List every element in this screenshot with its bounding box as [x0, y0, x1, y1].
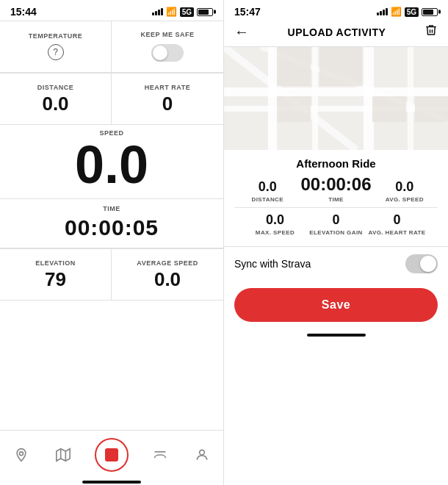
help-icon[interactable]: ? — [48, 44, 64, 60]
svg-marker-1 — [57, 449, 70, 461]
signal-icon-right — [377, 8, 388, 15]
act-max-speed-label: MAX. SPEED — [245, 229, 306, 236]
time-right: 15:47 — [234, 6, 261, 18]
status-icons-left: 📶 5G — [152, 7, 213, 17]
svg-point-0 — [19, 452, 23, 456]
home-indicator-left — [82, 481, 141, 484]
time-left: 15:44 — [10, 6, 37, 18]
act-time-value: 00:00:06 — [300, 174, 371, 195]
svg-rect-15 — [319, 47, 362, 86]
speed-section: SPEED 0.0 — [0, 125, 223, 199]
distance-label: DISTANCE — [37, 84, 73, 91]
wifi-icon-right: 📶 — [391, 7, 402, 17]
map-icon[interactable] — [52, 444, 74, 466]
time-value: 00:00:05 — [7, 215, 216, 240]
svg-rect-11 — [408, 47, 413, 150]
act-time-label: TIME — [300, 196, 371, 203]
battery-icon — [197, 8, 213, 16]
elevation-label: ELEVATION — [35, 259, 76, 267]
stop-button[interactable] — [95, 438, 129, 472]
back-button[interactable]: ← — [234, 24, 249, 40]
act-distance-value: 0.0 — [234, 179, 300, 195]
map-area — [224, 47, 448, 150]
activity-stats-row1: 0.0 DISTANCE 00:00:06 TIME 0.0 AVG. SPEE… — [234, 174, 438, 203]
left-panel: 15:44 📶 5G TEMPERATURE ? KEEP ME SAFE DI… — [0, 0, 224, 485]
home-indicator-right — [307, 334, 366, 337]
save-section: Save — [224, 281, 448, 331]
svg-rect-8 — [268, 47, 277, 150]
metrics-grid-bottom: ELEVATION 79 AVERAGE SPEED 0.0 — [0, 248, 223, 301]
average-speed-label: AVERAGE SPEED — [137, 259, 198, 267]
act-avg-speed-label: AVG. SPEED — [372, 196, 438, 203]
profile-icon[interactable] — [191, 444, 213, 466]
act-max-speed: 0.0 MAX. SPEED — [245, 212, 306, 236]
act-avg-heart-rate-label: AVG. HEART RATE — [366, 229, 427, 236]
heart-rate-label: HEART RATE — [145, 84, 190, 91]
svg-rect-14 — [277, 47, 311, 86]
battery-icon-right — [422, 8, 438, 16]
keep-me-safe-label: KEEP ME SAFE — [141, 31, 195, 38]
act-distance-label: DISTANCE — [234, 196, 300, 203]
temperature-cell: TEMPERATURE ? — [0, 21, 112, 73]
time-label: TIME — [7, 205, 216, 212]
strava-toggle[interactable] — [405, 254, 438, 273]
activity-info: Afternoon Ride 0.0 DISTANCE 00:00:06 TIM… — [224, 150, 448, 246]
act-avg-heart-rate: 0 AVG. HEART RATE — [366, 212, 427, 236]
activity-name: Afternoon Ride — [234, 157, 438, 170]
upload-title: UPLOAD ACTIVITY — [288, 26, 386, 38]
time-section: TIME 00:00:05 — [0, 199, 223, 248]
svg-rect-16 — [277, 96, 311, 122]
upload-header: ← UPLOAD ACTIVITY — [224, 21, 448, 47]
metrics-grid-top: TEMPERATURE ? KEEP ME SAFE — [0, 21, 223, 73]
heart-rate-cell: HEART RATE 0 — [112, 73, 223, 125]
svg-rect-10 — [364, 47, 374, 150]
act-max-speed-value: 0.0 — [245, 212, 306, 228]
right-panel: 15:47 📶 5G ← UPLOAD ACTIVITY — [224, 0, 448, 485]
svg-rect-9 — [312, 47, 318, 150]
svg-point-4 — [200, 450, 205, 455]
act-distance: 0.0 DISTANCE — [234, 179, 300, 203]
status-bar-right: 15:47 📶 5G — [224, 0, 448, 21]
status-icons-right: 📶 5G — [377, 7, 438, 17]
elevation-value: 79 — [45, 270, 66, 289]
metrics-grid-middle: DISTANCE 0.0 HEART RATE 0 — [0, 73, 223, 125]
act-avg-speed-value: 0.0 — [372, 179, 438, 195]
speed-value: 0.0 — [7, 138, 216, 191]
average-speed-value: 0.0 — [154, 270, 181, 289]
divider — [234, 207, 438, 208]
act-elevation-gain-value: 0 — [306, 212, 366, 228]
route-icon[interactable] — [149, 444, 171, 466]
delete-button[interactable] — [424, 24, 438, 40]
signal-icon — [152, 8, 163, 15]
svg-rect-18 — [415, 96, 448, 122]
elevation-cell: ELEVATION 79 — [0, 249, 112, 301]
temperature-label: TEMPERATURE — [29, 32, 82, 40]
distance-value: 0.0 — [42, 94, 68, 113]
act-elevation-gain: 0 ELEVATION GAIN — [306, 212, 366, 236]
act-avg-speed: 0.0 AVG. SPEED — [372, 179, 438, 203]
status-bar-left: 15:44 📶 5G — [0, 0, 223, 21]
keep-me-safe-cell: KEEP ME SAFE — [112, 21, 223, 73]
activity-stats-row2: 0.0 MAX. SPEED 0 ELEVATION GAIN 0 AVG. H… — [234, 212, 438, 236]
distance-cell: DISTANCE 0.0 — [0, 73, 112, 125]
strava-label: Sync with Strava — [234, 258, 311, 270]
location-pin-icon[interactable] — [10, 444, 32, 466]
svg-rect-6 — [224, 87, 448, 96]
fiveg-icon-right: 5G — [405, 7, 419, 17]
average-speed-cell: AVERAGE SPEED 0.0 — [112, 249, 223, 301]
bottom-nav — [0, 430, 223, 478]
fiveg-icon: 5G — [180, 7, 194, 17]
act-elevation-gain-label: ELEVATION GAIN — [306, 229, 366, 236]
act-time: 00:00:06 TIME — [300, 174, 371, 203]
strava-row: Sync with Strava — [224, 246, 448, 281]
stop-square-icon — [105, 448, 118, 461]
wifi-icon: 📶 — [166, 7, 177, 17]
heart-rate-value: 0 — [162, 94, 173, 113]
svg-rect-17 — [372, 96, 406, 122]
save-button[interactable]: Save — [234, 288, 438, 322]
keep-me-safe-toggle[interactable] — [151, 44, 184, 62]
act-avg-heart-rate-value: 0 — [366, 212, 427, 228]
